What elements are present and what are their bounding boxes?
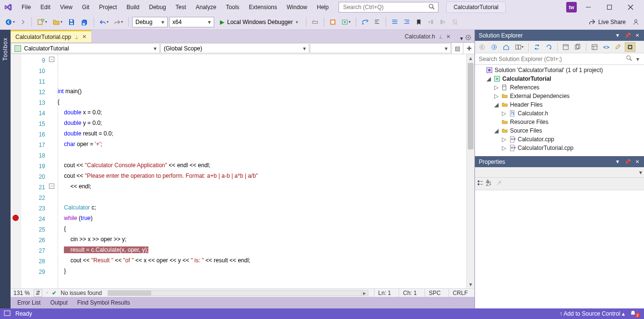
solution-title[interactable]: CalculatorTutorial [446, 1, 506, 13]
notifications-icon[interactable]: 2 [630, 310, 640, 318]
solution-explorer-search[interactable]: ▾ [475, 53, 644, 65]
format-b-icon[interactable] [401, 16, 412, 28]
search-options-icon[interactable]: ▾ [634, 56, 641, 62]
menu-test[interactable]: Test [171, 2, 191, 12]
scroll-up-icon[interactable]: ▴ [467, 54, 474, 62]
menu-debug[interactable]: Debug [145, 2, 170, 12]
window-minimize-button[interactable] [579, 0, 598, 14]
menu-edit[interactable]: Edit [36, 2, 55, 12]
hscroll-right-icon[interactable]: ▸ [361, 291, 368, 295]
start-debugging-button[interactable]: ▶ Local Windows Debugger ▾ [216, 16, 303, 28]
tree-project-node[interactable]: ◢CalculatorTutorial [475, 74, 644, 83]
toolbar-btn-b[interactable] [328, 16, 338, 28]
tree-source-item-2[interactable]: ▷++CalculatorTutorial.cpp [475, 144, 644, 152]
split-editor-icon[interactable]: ▤ [451, 43, 463, 54]
tab-options-icon[interactable] [465, 34, 472, 42]
nav-fwd-button[interactable] [18, 16, 28, 28]
bookmark-icon[interactable] [413, 16, 424, 28]
tree-resources-node[interactable]: Resource Files [475, 118, 644, 126]
editor-tab-active[interactable]: CalculatorTutorial.cpp ⟂ ✕ [11, 30, 91, 42]
nav-back-button[interactable]: ▾ [3, 16, 17, 28]
tab-output[interactable]: Output [47, 298, 72, 307]
indent-mode[interactable]: SPC [425, 289, 445, 297]
prop-sort-icon[interactable]: AZ [486, 180, 492, 188]
nav-plus-icon[interactable]: ✚ [463, 43, 474, 54]
chevron-down-icon[interactable]: ▼ [614, 32, 621, 39]
toolbar-btn-a[interactable] [310, 16, 320, 28]
code-area[interactable]: int main(){ double x = 0.0; double y = 0… [57, 54, 466, 288]
tree-headers-node[interactable]: ◢Header Files [475, 100, 644, 109]
menu-view[interactable]: View [56, 2, 77, 12]
redo-button[interactable]: ▾ [112, 16, 125, 28]
window-close-button[interactable] [621, 0, 640, 14]
clear-bookmarks-icon[interactable] [450, 16, 460, 28]
nav-scope-member[interactable]: ▾ [310, 43, 451, 53]
search-icon[interactable] [624, 55, 634, 63]
fold-column[interactable]: −− [48, 54, 57, 288]
eol-mode[interactable]: CRLF [449, 289, 472, 297]
solution-explorer-header[interactable]: Solution Explorer ▼ 📌 ✕ [475, 30, 644, 41]
properties-header[interactable]: Properties ▼ 📌 ✕ [475, 156, 644, 167]
step-over-icon[interactable] [360, 16, 370, 28]
close-tab-icon[interactable]: ✕ [82, 34, 86, 40]
properties-select-strip[interactable]: ▾ [475, 167, 644, 178]
code-editor[interactable]: 9101112131415161718192021222324252627282… [11, 54, 474, 288]
solution-explorer-search-input[interactable] [478, 55, 624, 63]
breakpoint-margin[interactable] [11, 54, 21, 288]
se-switchview-icon[interactable]: ▾ [513, 42, 525, 52]
se-collapse-icon[interactable] [560, 42, 571, 52]
tree-external-node[interactable]: ▷External Dependencies [475, 92, 644, 100]
prop-wrench-icon[interactable] [496, 180, 503, 188]
quick-search[interactable] [339, 2, 438, 12]
se-preview-icon[interactable] [613, 42, 623, 52]
new-project-button[interactable]: ▾ [35, 16, 49, 28]
toolbox-panel[interactable]: Toolbox [0, 30, 11, 308]
quick-search-input[interactable] [342, 3, 428, 11]
zoom-stepper[interactable]: ⇵ [34, 289, 42, 297]
se-back-icon[interactable] [477, 42, 487, 52]
live-share-button[interactable]: Live Share [589, 19, 626, 25]
menu-extensions[interactable]: Extensions [244, 2, 281, 12]
add-to-source-control[interactable]: ↑ Add to Source Control ▴ [559, 310, 625, 317]
pin-icon[interactable]: ⟂ [439, 34, 442, 39]
tab-chevron-icon[interactable]: ▾ [460, 35, 463, 42]
window-frame-icon[interactable] [4, 310, 11, 318]
close-icon[interactable]: ✕ [634, 158, 640, 165]
tree-source-item-1[interactable]: ▷++Calculator.cpp [475, 135, 644, 144]
tree-header-item[interactable]: ▷hCalculator.h [475, 109, 644, 118]
se-refresh-icon[interactable] [544, 42, 554, 52]
close-icon[interactable]: ✕ [634, 32, 640, 39]
se-fwd-icon[interactable] [489, 42, 499, 52]
chevron-down-icon[interactable]: ▼ [614, 158, 621, 165]
configuration-select[interactable]: Debug▾ [132, 17, 168, 27]
issues-label[interactable]: No issues found [61, 290, 102, 296]
solution-explorer-tree[interactable]: Solution 'CalculatorTutorial' (1 of 1 pr… [475, 65, 644, 156]
menu-file[interactable]: File [17, 2, 35, 12]
scroll-down-icon[interactable]: ▾ [467, 281, 474, 288]
pin-icon[interactable]: 📌 [624, 32, 632, 39]
nav-scope-namespace[interactable]: (Global Scope)▾ [160, 43, 309, 53]
tree-sources-node[interactable]: ◢Source Files [475, 126, 644, 135]
editor-tab-other[interactable]: Calculator.h ⟂ ✕ [400, 30, 455, 42]
format-a-icon[interactable] [389, 16, 400, 28]
pin-icon[interactable]: ⟂ [75, 34, 78, 40]
platform-select[interactable]: x64▾ [169, 17, 214, 27]
nav-scope-project[interactable]: CalculatorTutorial▾ [11, 43, 160, 53]
prev-bookmark-icon[interactable] [425, 16, 436, 28]
se-home-icon[interactable] [501, 42, 511, 52]
open-file-button[interactable]: ▾ [50, 16, 64, 28]
menu-analyze[interactable]: Analyze [192, 2, 221, 12]
zoom-level[interactable]: 131 % [13, 290, 30, 296]
menu-tools[interactable]: Tools [221, 2, 243, 12]
scroll-thumb[interactable] [468, 63, 474, 149]
tab-error-list[interactable]: Error List [13, 298, 45, 307]
pin-icon[interactable]: 📌 [624, 158, 632, 165]
extension-notification-icon[interactable]: tw [566, 2, 577, 12]
menu-help[interactable]: Help [313, 2, 333, 12]
tab-find-symbol[interactable]: Find Symbol Results [73, 298, 134, 307]
save-all-button[interactable] [79, 16, 90, 28]
menu-build[interactable]: Build [122, 2, 144, 12]
tree-solution-node[interactable]: Solution 'CalculatorTutorial' (1 of 1 pr… [475, 66, 644, 74]
horizontal-scrollbar[interactable]: ◂ ▸ [108, 290, 368, 296]
se-properties-icon[interactable] [589, 42, 600, 52]
